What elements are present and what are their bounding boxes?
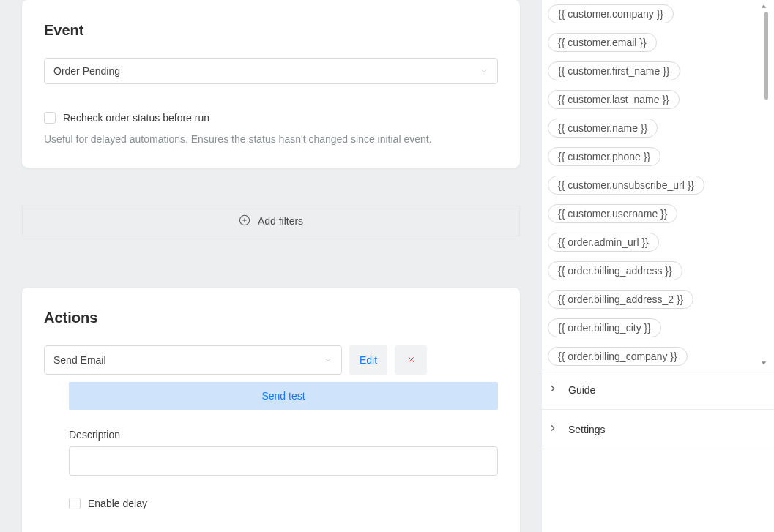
enable-delay-label: Enable delay: [88, 498, 147, 509]
description-label: Description: [69, 429, 498, 441]
scroll-down-button[interactable]: [757, 358, 770, 368]
scroll-up-button[interactable]: [757, 1, 770, 12]
guide-accordion[interactable]: Guide: [542, 370, 774, 410]
event-card: Event Order Pending Recheck order status…: [22, 0, 520, 168]
variable-pill[interactable]: {{ order.billing_address }}: [548, 261, 682, 280]
variable-pill[interactable]: {{ customer.name }}: [548, 119, 658, 138]
recheck-checkbox[interactable]: [44, 112, 56, 124]
close-icon: [407, 354, 415, 366]
side-panel: {{ customer.company }} {{ customer.email…: [542, 0, 774, 532]
variable-pill[interactable]: {{ customer.username }}: [548, 204, 677, 223]
action-body: Send test Description Enable delay: [69, 382, 498, 509]
variable-pill[interactable]: {{ order.billing_city }}: [548, 318, 661, 337]
recheck-row: Recheck order status before run: [44, 112, 498, 124]
variable-pill[interactable]: {{ order.billing_address_2 }}: [548, 290, 693, 309]
svg-marker-5: [762, 5, 767, 8]
enable-delay-checkbox[interactable]: [69, 498, 81, 509]
settings-label: Settings: [568, 424, 606, 435]
plus-circle-icon: [239, 214, 250, 228]
chevron-down-icon: [480, 67, 488, 75]
actions-title: Actions: [44, 310, 498, 326]
chevron-down-icon: [324, 356, 332, 364]
variable-pill[interactable]: {{ order.admin_url }}: [548, 233, 659, 252]
variables-list: {{ customer.company }} {{ customer.email…: [548, 0, 774, 366]
edit-button[interactable]: Edit: [349, 345, 387, 375]
scrollbar-thumb[interactable]: [764, 12, 768, 100]
event-select[interactable]: Order Pending: [44, 58, 498, 84]
event-select-value: Order Pending: [53, 65, 120, 77]
variables-scroll-area: {{ customer.company }} {{ customer.email…: [542, 0, 774, 370]
description-group: Description: [69, 429, 498, 476]
main-column: Event Order Pending Recheck order status…: [0, 0, 542, 532]
enable-delay-row: Enable delay: [69, 498, 498, 509]
chevron-right-icon: [548, 383, 558, 396]
add-filters-button[interactable]: Add filters: [22, 206, 520, 236]
description-input[interactable]: [69, 446, 498, 476]
variable-pill[interactable]: {{ customer.unsubscribe_url }}: [548, 176, 704, 195]
variable-pill[interactable]: {{ customer.email }}: [548, 33, 657, 52]
action-header-row: Send Email Edit: [44, 345, 498, 375]
send-test-label: Send test: [261, 390, 305, 402]
variable-pill[interactable]: {{ order.billing_company }}: [548, 347, 688, 366]
send-test-button[interactable]: Send test: [69, 382, 498, 410]
edit-label: Edit: [360, 354, 377, 366]
guide-label: Guide: [568, 384, 595, 396]
side-accordion: Guide Settings: [542, 370, 774, 449]
recheck-hint: Useful for delayed automations. Ensures …: [44, 131, 498, 147]
settings-accordion[interactable]: Settings: [542, 410, 774, 449]
variable-pill[interactable]: {{ customer.phone }}: [548, 147, 660, 166]
action-type-select[interactable]: Send Email: [44, 345, 342, 375]
variable-pill[interactable]: {{ customer.first_name }}: [548, 61, 680, 80]
remove-action-button[interactable]: [395, 345, 427, 375]
event-title: Event: [44, 22, 498, 39]
recheck-label: Recheck order status before run: [63, 112, 209, 124]
variable-pill[interactable]: {{ customer.company }}: [548, 4, 674, 23]
svg-marker-6: [762, 361, 767, 364]
chevron-right-icon: [548, 423, 558, 435]
variable-pill[interactable]: {{ customer.last_name }}: [548, 90, 680, 109]
action-type-value: Send Email: [53, 354, 106, 366]
add-filters-label: Add filters: [258, 215, 303, 227]
actions-card: Actions Send Email Edit: [22, 288, 520, 532]
